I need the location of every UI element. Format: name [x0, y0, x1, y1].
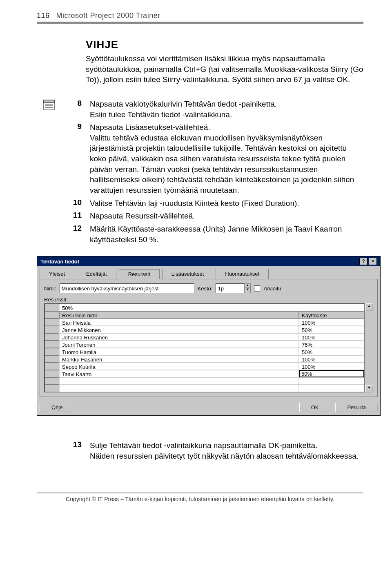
step-text: Napsauta vakiotyökalurivin Tehtävän tied…: [90, 99, 363, 120]
resources-grid[interactable]: 50% Resurssin nimi Käyttöaste Sari Heisa…: [44, 303, 365, 392]
page-header: 116 Microsoft Project 2000 Trainer: [37, 11, 363, 20]
page-title: Microsoft Project 2000 Trainer: [56, 11, 160, 20]
help-icon[interactable]: ?: [359, 258, 368, 265]
table-row: [45, 385, 364, 392]
step-line: Sulje Tehtävän tiedot -valintaikkuna nap…: [90, 440, 363, 451]
task-info-dialog: Tehtävän tiedot ? × Yleiset Edeltäjät Re…: [37, 256, 381, 416]
step-line: Valittu tehtävä edustaa elokuvan muodoll…: [90, 133, 363, 196]
scroll-down-icon[interactable]: ▼: [365, 385, 373, 392]
step-row: 12 Määritä Käyttöaste-sarakkeessa (Units…: [37, 224, 363, 245]
row-header: [45, 311, 59, 319]
index-cell: [45, 304, 59, 311]
step-line: Esiin tulee Tehtävän tiedot -valintaikku…: [90, 109, 363, 120]
tip-box: VIHJE Syöttötaulukossa voi vierittämisen…: [86, 38, 363, 85]
step-line: Napsauta vakiotyökalurivin Tehtävän tied…: [90, 99, 363, 109]
table-row: Markku Hasanen100%: [45, 355, 364, 363]
step-row: 11 Napsauta Resurssit-välilehteä.: [37, 211, 363, 221]
tip-title: VIHJE: [86, 38, 363, 51]
table-row: Johanna Ruskanen100%: [45, 333, 364, 341]
tab-advanced[interactable]: Lisäasetukset: [162, 269, 214, 279]
step-row: 8 Napsauta vakiotyökalurivin Tehtävän ti…: [37, 99, 363, 120]
step-row: 10 Valitse Tehtävän laji -ruudusta Kiint…: [37, 198, 363, 209]
step-row: 13 Sulje Tehtävän tiedot -valintaikkuna …: [37, 440, 363, 461]
close-icon[interactable]: ×: [369, 258, 377, 265]
step-number: 11: [37, 211, 90, 220]
step-number: 8: [61, 99, 90, 108]
table-row: Janne Mikkonen50%: [45, 326, 364, 333]
help-button[interactable]: Ohje: [40, 403, 74, 412]
cancel-button[interactable]: Peruuta: [335, 403, 378, 412]
table-row: Jouni Toronen75%: [45, 341, 364, 348]
tab-resources[interactable]: Resurssit: [119, 269, 160, 279]
table-row: Sari Heisala100%: [45, 319, 364, 326]
duration-spinner[interactable]: ▲ ▼: [244, 283, 251, 293]
grid-scrollbar[interactable]: ▲ ▼: [365, 303, 373, 392]
step-line: Napsauta Lisäasetukset-välilehteä.: [90, 122, 363, 133]
duration-label: Kesto:: [198, 285, 213, 292]
dialog-tabs: Yleiset Edeltäjät Resurssit Lisäasetukse…: [37, 266, 380, 279]
table-row: Seppo Kuurila100%: [45, 363, 364, 370]
col-units: Käyttöaste: [299, 311, 364, 319]
tip-body: Syöttötaulukossa voi vierittämisen lisäk…: [86, 54, 363, 85]
step-text: Napsauta Resurssit-välilehteä.: [90, 211, 363, 221]
step-text: Sulje Tehtävän tiedot -valintaikkuna nap…: [90, 440, 363, 461]
steps-list-2: 13 Sulje Tehtävän tiedot -valintaikkuna …: [37, 440, 363, 461]
ok-button[interactable]: OK: [299, 403, 331, 412]
col-name: Resurssin nimi: [59, 311, 299, 319]
svg-rect-1: [44, 100, 54, 103]
step-number: 10: [37, 198, 90, 207]
grid-label: Resurssit:: [44, 296, 373, 303]
dialog-title: Tehtävän tiedot: [40, 259, 79, 265]
scroll-up-icon[interactable]: ▲: [365, 303, 373, 311]
footer-copyright: Copyright © IT Press – Tämän e-kirjan ko…: [37, 496, 363, 510]
estimated-checkbox[interactable]: [254, 285, 260, 292]
name-label: Nimi:: [44, 285, 56, 292]
step-text: Valitse Tehtävän laji -ruudusta Kiinteä …: [90, 198, 363, 209]
step-text: Määritä Käyttöaste-sarakkeessa (Units) J…: [90, 224, 363, 245]
tab-general[interactable]: Yleiset: [40, 269, 74, 279]
name-field[interactable]: [60, 283, 194, 293]
duration-field[interactable]: [216, 283, 244, 293]
step-row: 9 Napsauta Lisäasetukset-välilehteä. Val…: [37, 122, 363, 195]
footer-rule: [37, 493, 363, 493]
tab-notes[interactable]: Huomautukset: [216, 269, 269, 279]
table-row: [45, 377, 364, 385]
table-row: Taavi Kaarto50%: [45, 370, 364, 377]
task-info-icon: [37, 99, 61, 110]
step-line: Näiden resurssien päivitetyt työt näkyvä…: [90, 451, 363, 461]
step-number: 13: [37, 440, 90, 449]
page-number: 116: [37, 11, 50, 20]
edit-line[interactable]: 50%: [59, 304, 364, 311]
table-row: Tuomo Hamila50%: [45, 348, 364, 355]
steps-list: 8 Napsauta vakiotyökalurivin Tehtävän ti…: [37, 99, 363, 245]
step-number: 12: [37, 224, 90, 233]
dialog-panel: Nimi: Kesto: ▲ ▼ Arvioitu Resurssit:: [40, 279, 378, 397]
estimated-label: Arvioitu: [263, 285, 281, 292]
dialog-titlebar: Tehtävän tiedot ? ×: [37, 256, 380, 266]
header-rule-thin: [37, 23, 363, 24]
step-number: 9: [61, 122, 90, 131]
tab-predecessors[interactable]: Edeltäjät: [77, 269, 116, 279]
chevron-down-icon[interactable]: ▼: [245, 288, 250, 292]
step-text: Napsauta Lisäasetukset-välilehteä. Valit…: [90, 122, 363, 195]
